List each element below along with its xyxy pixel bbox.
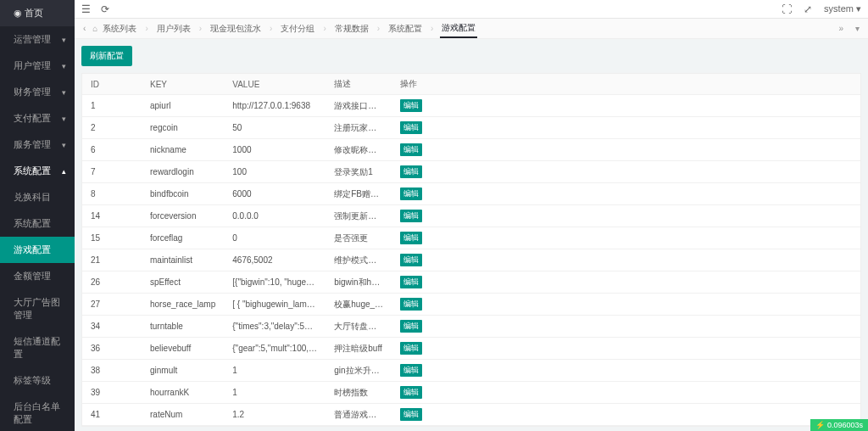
table-cell: 15 (82, 227, 142, 249)
tab[interactable]: 系统配置 (387, 20, 424, 37)
table-cell: 1 (224, 360, 326, 382)
table-cell: maintainlist (142, 249, 224, 271)
fullscreen-icon[interactable]: ⤢ (804, 3, 812, 15)
table-cell: 绑定FB赠送金币 (326, 183, 392, 205)
edit-button[interactable]: 编辑 (400, 232, 422, 244)
expand-icon[interactable]: ⛶ (782, 3, 792, 15)
table-cell: hourrankK (142, 382, 224, 404)
table-cell: regcoin (142, 117, 224, 139)
table-cell: 100 (224, 161, 326, 183)
refresh-config-button[interactable]: 刷新配置 (81, 46, 132, 66)
table-cell: turntable (142, 316, 224, 338)
tab-home-icon[interactable]: ⌂ (89, 24, 101, 33)
sidebar-item[interactable]: 金额管理 (0, 263, 75, 289)
sidebar-item[interactable]: 后台白名单配置 (0, 394, 75, 431)
edit-button[interactable]: 编辑 (400, 364, 422, 377)
tab-prev-icon[interactable]: ‹ (80, 24, 89, 33)
table-cell: gin拉米升级倍数 (326, 360, 392, 382)
table-cell: 14 (82, 205, 142, 227)
table-cell-op: 编辑 (392, 117, 860, 139)
edit-button[interactable]: 编辑 (400, 386, 422, 399)
table-cell: 2 (82, 117, 142, 139)
table-cell: 4676,5002 (224, 249, 326, 271)
tab[interactable]: 常规数据 (333, 20, 370, 37)
sidebar-group[interactable]: 用户管理▾ (0, 53, 75, 79)
table-cell: 0 (224, 227, 326, 249)
menu-icon[interactable]: ☰ (81, 3, 91, 15)
tab[interactable]: 支付分组 (279, 20, 316, 37)
sidebar-group[interactable]: 系统配置▴ (0, 158, 75, 184)
sidebar-item[interactable]: 兑换科目 (0, 184, 75, 210)
sidebar-group[interactable]: 运营管理▾ (0, 26, 75, 53)
table-row: 27horse_race_lamp[ { "bighugewin_lamp":[… (82, 294, 860, 316)
table-cell: 39 (82, 382, 142, 404)
table-row: 15forceflag0是否强更编辑 (82, 227, 860, 249)
table-cell: rateNum (142, 404, 224, 426)
edit-button[interactable]: 编辑 (400, 254, 422, 266)
table-cell: {"times":3,"delay":500,"cfg_1":["s:1,"n.… (224, 316, 326, 338)
table-cell-op: 编辑 (392, 249, 860, 271)
edit-button[interactable]: 编辑 (400, 121, 422, 134)
table-cell: bindfbcoin (142, 183, 224, 205)
edit-button[interactable]: 编辑 (400, 298, 422, 311)
edit-button[interactable]: 编辑 (400, 99, 422, 112)
table-row: 21maintainlist4676,5002维护模式白名单编辑 (82, 249, 860, 271)
edit-button[interactable]: 编辑 (400, 188, 422, 200)
edit-button[interactable]: 编辑 (400, 342, 422, 355)
sidebar-group[interactable]: 服务管理▾ (0, 132, 75, 158)
table-cell: 38 (82, 360, 142, 382)
edit-button[interactable]: 编辑 (400, 143, 422, 156)
tab[interactable]: 现金现包流水 (209, 20, 263, 37)
sidebar-group[interactable]: 财务管理▾ (0, 79, 75, 105)
edit-button[interactable]: 编辑 (400, 165, 422, 178)
edit-button[interactable]: 编辑 (400, 276, 422, 288)
chevron-down-icon: ▾ (62, 115, 66, 123)
table-cell-op: 编辑 (392, 404, 860, 426)
edit-button[interactable]: 编辑 (400, 320, 422, 333)
table-cell: 强制更新版本 (326, 205, 392, 227)
edit-button[interactable]: 编辑 (400, 408, 422, 421)
sidebar-group[interactable]: 支付配置▾ (0, 105, 75, 132)
edit-button[interactable]: 编辑 (400, 210, 422, 222)
table-row: 36believebuff{"gear":5,"mult":100,"buff"… (82, 338, 860, 360)
table-cell: {"gear":5,"mult":100,"buff":1.05} (224, 338, 326, 360)
table-cell: [ { "bighugewin_lamp":[ "玩家******%s赢... (224, 294, 326, 316)
tab[interactable]: 游戏配置 (440, 20, 477, 38)
table-header: ID (82, 74, 142, 95)
table-cell: 50 (224, 117, 326, 139)
table-cell: 36 (82, 338, 142, 360)
tab-menu-icon[interactable]: ▾ (852, 24, 863, 33)
refresh-icon[interactable]: ⟳ (101, 3, 109, 15)
user-menu[interactable]: system ▾ (824, 3, 861, 14)
table-cell: 押注暗级buff (326, 338, 392, 360)
table-cell: 是否强更 (326, 227, 392, 249)
table-row: 39hourrankK1时榜指数编辑 (82, 382, 860, 404)
table-cell: forceflag (142, 227, 224, 249)
table-cell-op: 编辑 (392, 183, 860, 205)
tab-more-icon[interactable]: » (835, 24, 847, 33)
table-cell-op: 编辑 (392, 382, 860, 404)
sidebar-item[interactable]: 标签等级 (0, 367, 75, 394)
table-cell: 1.2 (224, 404, 326, 426)
tab[interactable]: 系统列表 (101, 20, 138, 37)
tabs-bar: ‹ ⌂ 系统列表›用户列表›现金现包流水›支付分组›常规数据›系统配置›游戏配置… (75, 19, 868, 39)
table-cell-op: 编辑 (392, 360, 860, 382)
table-cell-op: 编辑 (392, 205, 860, 227)
table-cell-op: 编辑 (392, 95, 860, 117)
table-cell: rewardlogin (142, 161, 224, 183)
sidebar-home[interactable]: ◉ 首页 (0, 0, 75, 26)
table-cell: bigwin和hugewin的钱数 (326, 271, 392, 294)
table-cell: 校赢huge_bigwin跑马灯 (326, 294, 392, 316)
sidebar-item[interactable]: 大厅广告图管理 (0, 289, 75, 328)
sidebar-item[interactable]: 短信通道配置 (0, 328, 75, 367)
table-cell: 41 (82, 404, 142, 426)
table-cell: spEffect (142, 271, 224, 294)
sidebar-item[interactable]: 游戏配置 (0, 237, 75, 263)
content: 刷新配置 IDKEYVALUE描述操作 1apiurlhttp://127.0.… (75, 39, 868, 431)
table-cell-op: 编辑 (392, 139, 860, 161)
sidebar-item[interactable]: 系统配置 (0, 210, 75, 237)
table-row: 26spEffect[{"bigwin":10, "hugewin":20, "… (82, 271, 860, 294)
table-row: 2regcoin50注册玩家初始金币编辑 (82, 117, 860, 139)
tab[interactable]: 用户列表 (155, 20, 192, 37)
table-cell: 时榜指数 (326, 382, 392, 404)
